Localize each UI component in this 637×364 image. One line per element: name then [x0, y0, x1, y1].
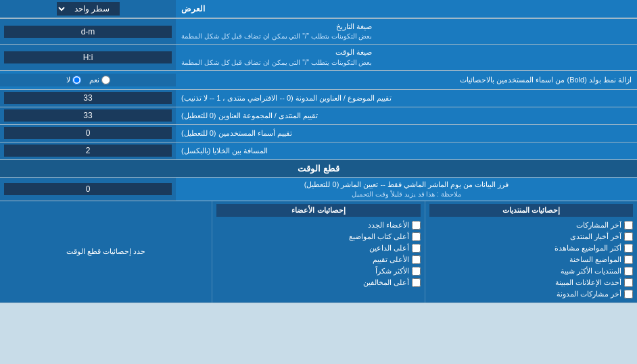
time-cutoff-row: فرز البيانات من يوم الماشر الماشي فقط --… — [0, 178, 637, 201]
time-cutoff-label: فرز البيانات من يوم الماشر الماشي فقط --… — [176, 178, 637, 201]
bold-stats-no-label[interactable]: لا — [66, 76, 81, 84]
bold-stats-no-radio[interactable] — [72, 76, 81, 84]
list-item: الأكثر شكراً — [216, 265, 420, 277]
topic-order-row: تقييم الموضوع / العناوين المدونة (0 -- ا… — [0, 90, 637, 107]
list-item: المنتديات الأكثر شبية — [429, 265, 633, 277]
col2-members: إحصائيات الأعضاء الأعضاء الجدد أعلى كتاب… — [212, 201, 424, 303]
list-item: أكثر المواضيع مشاهدة — [429, 242, 633, 254]
bold-stats-row: ازالة نمط بولد (Bold) من اسماء المستخدمي… — [0, 71, 637, 90]
time-format-input[interactable] — [4, 51, 172, 63]
cb-col1-2[interactable] — [624, 244, 633, 253]
list-item: آخر أخبار المنتدى — [429, 231, 633, 242]
cb-col1-3[interactable] — [624, 255, 633, 264]
time-cutoff-input[interactable] — [4, 183, 172, 195]
col1-forums: إحصائيات المنتديات آخر المشاركات آخر أخب… — [425, 201, 637, 303]
bold-stats-label: ازالة نمط بولد (Bold) من اسماء المستخدمي… — [176, 73, 637, 87]
list-item: أعلى كتاب المواضيع — [216, 231, 420, 242]
list-item: المواضيع الساخنة — [429, 254, 633, 265]
date-format-input[interactable] — [4, 26, 172, 38]
header-spacer: العرض — [176, 0, 637, 18]
cell-gap-input[interactable] — [4, 145, 172, 157]
list-item: أحدث الإعلانات المبينة — [429, 277, 633, 288]
col1-header: إحصائيات المنتديات — [429, 204, 633, 217]
cb-col2-0[interactable] — [412, 221, 421, 230]
users-order-input-wrap[interactable] — [0, 125, 176, 142]
header-row: العرض سطر واحد سطرين ثلاثة أسطر — [0, 0, 637, 19]
date-format-label: صيغة التاريخ بعض التكوينات يتطلب "/" الت… — [176, 19, 637, 44]
time-format-row: صيغة الوقت بعض التكوينات يتطلب "/" التي … — [0, 45, 637, 70]
list-item: آخر المشاركات — [429, 219, 633, 231]
cb-col2-2[interactable] — [412, 244, 421, 253]
topic-order-input-wrap[interactable] — [0, 90, 176, 107]
cb-col1-4[interactable] — [624, 267, 633, 276]
list-item: الأعضاء الجدد — [216, 219, 420, 231]
time-format-input-wrap[interactable] — [0, 45, 176, 70]
bold-stats-yes-radio[interactable] — [101, 76, 110, 84]
cell-gap-label: المسافة بين الخلايا (بالبكسل) — [176, 142, 637, 159]
cb-col2-1[interactable] — [412, 232, 421, 241]
col2-header: إحصائيات الأعضاء — [216, 204, 420, 217]
time-cutoff-input-wrap[interactable] — [0, 178, 176, 201]
cb-col1-5[interactable] — [624, 278, 633, 287]
cb-col2-5[interactable] — [412, 278, 421, 287]
col3-text: حدد إحصائيات قطع الوقت — [66, 247, 145, 256]
cb-col1-6[interactable] — [624, 290, 633, 298]
header-select-wrap[interactable]: سطر واحد سطرين ثلاثة أسطر — [0, 0, 176, 18]
date-format-input-wrap[interactable] — [0, 19, 176, 44]
cell-gap-input-wrap[interactable] — [0, 142, 176, 159]
list-item: أعلى المخالفين — [216, 277, 420, 288]
forum-order-label: تقييم المنتدى / المجموعة العناوين (0 للت… — [176, 107, 637, 124]
bold-stats-options: نعم لا — [0, 74, 176, 86]
users-order-label: تقييم أسماء المستخدمين (0 للتعطيل) — [176, 125, 637, 142]
bold-stats-yes-label[interactable]: نعم — [89, 76, 110, 84]
cb-col2-4[interactable] — [412, 267, 421, 276]
cell-gap-row: المسافة بين الخلايا (بالبكسل) — [0, 142, 637, 160]
users-order-input[interactable] — [4, 127, 172, 139]
main-container: العرض سطر واحد سطرين ثلاثة أسطر صيغة الت… — [0, 0, 637, 303]
forum-order-input-wrap[interactable] — [0, 107, 176, 124]
col3-label: حدد إحصائيات قطع الوقت — [0, 201, 212, 303]
date-format-row: صيغة التاريخ بعض التكوينات يتطلب "/" الت… — [0, 19, 637, 45]
forum-order-input[interactable] — [4, 109, 172, 122]
list-item: الأعلى تقييم — [216, 254, 420, 265]
time-cutoff-header: قطع الوقت — [0, 160, 637, 178]
forum-order-row: تقييم المنتدى / المجموعة العناوين (0 للت… — [0, 107, 637, 125]
cb-col1-0[interactable] — [624, 221, 633, 230]
list-item: أخر مشاركات المدونة — [429, 288, 633, 300]
users-order-row: تقييم أسماء المستخدمين (0 للتعطيل) — [0, 125, 637, 142]
display-select[interactable]: سطر واحد سطرين ثلاثة أسطر — [57, 2, 120, 16]
cb-col2-3[interactable] — [412, 255, 421, 264]
topic-order-input[interactable] — [4, 92, 172, 104]
time-format-label: صيغة الوقت بعض التكوينات يتطلب "/" التي … — [176, 45, 637, 70]
topic-order-label: تقييم الموضوع / العناوين المدونة (0 -- ا… — [176, 90, 637, 107]
header-label: العرض — [181, 4, 205, 14]
cb-col1-1[interactable] — [624, 232, 633, 241]
list-item: أعلى الداعين — [216, 242, 420, 254]
stats-grid: إحصائيات المنتديات آخر المشاركات آخر أخب… — [0, 201, 637, 303]
